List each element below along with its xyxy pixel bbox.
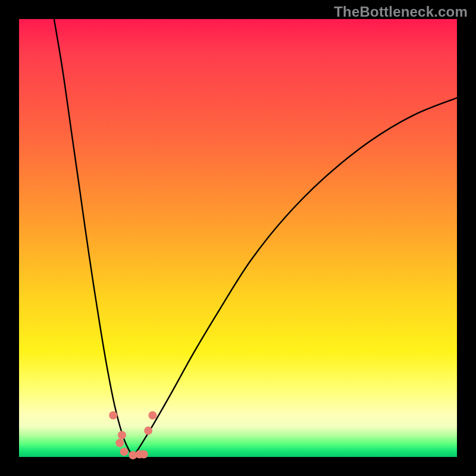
data-marker: [120, 447, 129, 456]
data-marker: [140, 450, 148, 459]
watermark-text: TheBottleneck.com: [334, 4, 468, 20]
data-marker: [115, 439, 124, 447]
data-marker: [148, 411, 156, 419]
data-marker: [118, 431, 126, 439]
data-marker: [109, 411, 117, 419]
curve-layer: [19, 19, 457, 457]
chart-frame: TheBottleneck.com: [0, 0, 476, 476]
right-curve: [133, 98, 457, 457]
data-marker: [144, 427, 152, 435]
marker-group: [109, 411, 156, 459]
left-curve: [54, 19, 133, 457]
